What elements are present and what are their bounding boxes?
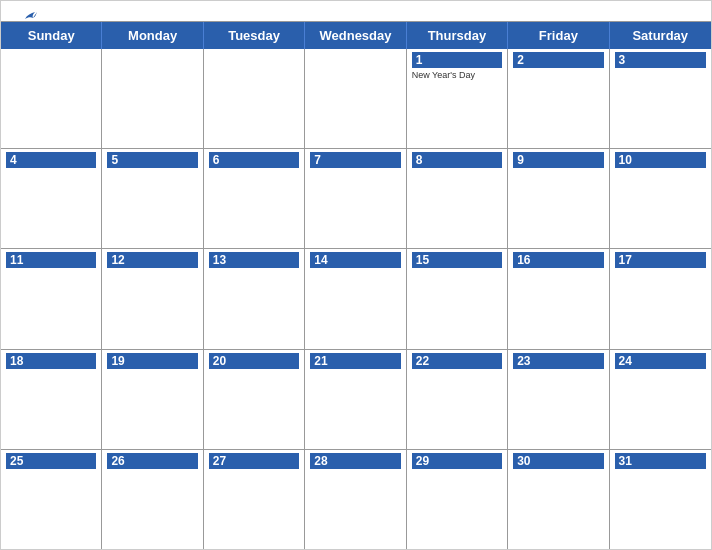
day-number: 13 <box>209 252 299 268</box>
day-cell <box>305 49 406 148</box>
calendar-grid: SundayMondayTuesdayWednesdayThursdayFrid… <box>1 21 711 549</box>
day-cell: 26 <box>102 450 203 549</box>
day-cell: 10 <box>610 149 711 248</box>
day-header-saturday: Saturday <box>610 22 711 49</box>
day-number: 20 <box>209 353 299 369</box>
day-cell: 16 <box>508 249 609 348</box>
calendar-header <box>1 1 711 21</box>
day-number: 8 <box>412 152 502 168</box>
day-number: 2 <box>513 52 603 68</box>
day-cell: 24 <box>610 350 711 449</box>
day-header-thursday: Thursday <box>407 22 508 49</box>
week-row-3: 11121314151617 <box>1 249 711 349</box>
day-cell: 17 <box>610 249 711 348</box>
week-row-5: 25262728293031 <box>1 450 711 549</box>
day-cell: 29 <box>407 450 508 549</box>
day-cell: 5 <box>102 149 203 248</box>
day-number: 7 <box>310 152 400 168</box>
day-cell <box>204 49 305 148</box>
week-row-2: 45678910 <box>1 149 711 249</box>
logo-blue <box>21 9 37 23</box>
day-number: 19 <box>107 353 197 369</box>
day-cell: 20 <box>204 350 305 449</box>
day-number: 14 <box>310 252 400 268</box>
day-cell: 21 <box>305 350 406 449</box>
day-cell: 31 <box>610 450 711 549</box>
day-number: 11 <box>6 252 96 268</box>
day-cell: 6 <box>204 149 305 248</box>
day-header-tuesday: Tuesday <box>204 22 305 49</box>
day-number: 5 <box>107 152 197 168</box>
day-cell: 15 <box>407 249 508 348</box>
calendar-container: SundayMondayTuesdayWednesdayThursdayFrid… <box>0 0 712 550</box>
day-number: 6 <box>209 152 299 168</box>
day-number: 17 <box>615 252 706 268</box>
week-row-1: 1New Year's Day23 <box>1 49 711 149</box>
day-number: 25 <box>6 453 96 469</box>
day-cell: 9 <box>508 149 609 248</box>
day-cell: 4 <box>1 149 102 248</box>
day-cell: 11 <box>1 249 102 348</box>
holiday-label: New Year's Day <box>412 70 502 81</box>
day-number: 15 <box>412 252 502 268</box>
day-number: 21 <box>310 353 400 369</box>
logo-bird-icon <box>23 9 37 23</box>
day-number: 1 <box>412 52 502 68</box>
day-cell: 13 <box>204 249 305 348</box>
day-number: 23 <box>513 353 603 369</box>
week-row-4: 18192021222324 <box>1 350 711 450</box>
day-cell: 1New Year's Day <box>407 49 508 148</box>
day-header-wednesday: Wednesday <box>305 22 406 49</box>
day-cell: 25 <box>1 450 102 549</box>
day-cell: 3 <box>610 49 711 148</box>
day-cell: 22 <box>407 350 508 449</box>
day-number: 9 <box>513 152 603 168</box>
day-number: 3 <box>615 52 706 68</box>
day-cell: 14 <box>305 249 406 348</box>
day-header-sunday: Sunday <box>1 22 102 49</box>
day-number: 22 <box>412 353 502 369</box>
day-number: 28 <box>310 453 400 469</box>
day-number: 12 <box>107 252 197 268</box>
day-number: 4 <box>6 152 96 168</box>
day-cell: 18 <box>1 350 102 449</box>
day-cell <box>102 49 203 148</box>
day-number: 18 <box>6 353 96 369</box>
day-number: 26 <box>107 453 197 469</box>
day-header-monday: Monday <box>102 22 203 49</box>
day-cell: 23 <box>508 350 609 449</box>
day-headers-row: SundayMondayTuesdayWednesdayThursdayFrid… <box>1 22 711 49</box>
day-header-friday: Friday <box>508 22 609 49</box>
day-number: 31 <box>615 453 706 469</box>
day-cell: 30 <box>508 450 609 549</box>
weeks-container: 1New Year's Day2345678910111213141516171… <box>1 49 711 549</box>
day-cell: 28 <box>305 450 406 549</box>
day-cell: 2 <box>508 49 609 148</box>
day-cell: 7 <box>305 149 406 248</box>
day-number: 10 <box>615 152 706 168</box>
logo <box>21 9 37 23</box>
day-cell: 8 <box>407 149 508 248</box>
day-cell: 19 <box>102 350 203 449</box>
day-number: 29 <box>412 453 502 469</box>
day-number: 27 <box>209 453 299 469</box>
day-cell: 12 <box>102 249 203 348</box>
day-cell: 27 <box>204 450 305 549</box>
day-number: 16 <box>513 252 603 268</box>
day-cell <box>1 49 102 148</box>
day-number: 24 <box>615 353 706 369</box>
day-number: 30 <box>513 453 603 469</box>
